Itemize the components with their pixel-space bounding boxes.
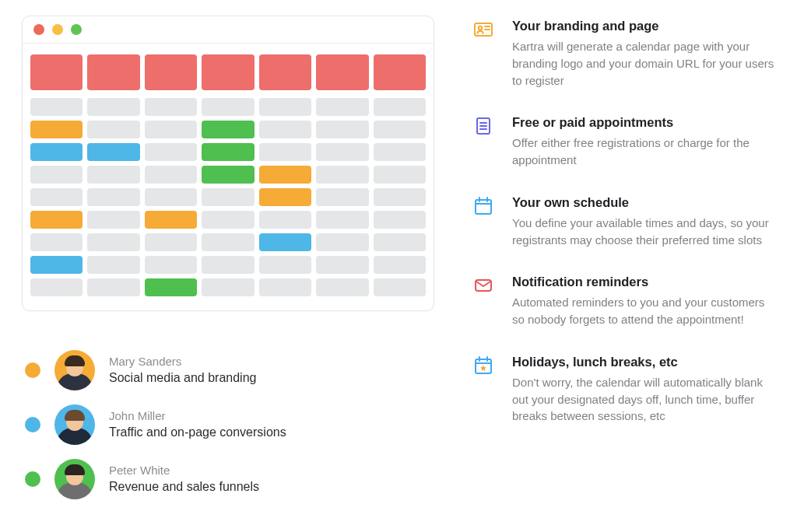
calendar-cell[interactable] bbox=[30, 143, 83, 161]
calendar-row bbox=[30, 143, 426, 161]
calendar-cell[interactable] bbox=[87, 256, 139, 274]
calendar-cell[interactable] bbox=[87, 211, 139, 229]
calendar-cell[interactable] bbox=[259, 256, 311, 274]
calendar-cell[interactable] bbox=[316, 211, 368, 229]
calendar-cell[interactable] bbox=[259, 143, 311, 161]
calendar-cell[interactable] bbox=[202, 166, 254, 184]
close-icon[interactable] bbox=[33, 24, 44, 35]
document-lines-icon bbox=[472, 115, 495, 138]
calendar-row bbox=[30, 211, 426, 229]
calendar-cell[interactable] bbox=[316, 233, 368, 251]
color-swatch bbox=[25, 471, 40, 487]
svg-rect-8 bbox=[476, 200, 491, 214]
calendar-cell[interactable] bbox=[30, 211, 83, 229]
calendar-cell[interactable] bbox=[145, 278, 197, 296]
calendar-cell[interactable] bbox=[259, 166, 311, 184]
calendar-cell[interactable] bbox=[202, 256, 254, 274]
calendar-day-header bbox=[87, 54, 139, 90]
calendar-cell[interactable] bbox=[259, 278, 311, 296]
calendar-cell[interactable] bbox=[30, 121, 83, 138]
calendar-cell[interactable] bbox=[87, 143, 139, 161]
calendar-cell[interactable] bbox=[374, 256, 426, 274]
calendar-day-header bbox=[374, 54, 426, 90]
calendar-row bbox=[30, 166, 426, 184]
calendar-cell[interactable] bbox=[87, 278, 139, 296]
calendar-cell[interactable] bbox=[316, 143, 368, 161]
calendar-cell[interactable] bbox=[145, 121, 197, 138]
calendar-cell[interactable] bbox=[145, 98, 197, 116]
calendar-star-icon bbox=[472, 355, 495, 378]
minimize-icon[interactable] bbox=[52, 24, 63, 35]
calendar-cell[interactable] bbox=[30, 278, 83, 296]
feature-item: Your own scheduleYou define your availab… bbox=[472, 195, 775, 249]
calendar-cell[interactable] bbox=[374, 143, 426, 161]
calendar-cell[interactable] bbox=[374, 188, 426, 206]
person-name: Peter White bbox=[109, 463, 259, 478]
calendar-cell[interactable] bbox=[30, 233, 83, 251]
feature-list: Your branding and pageKartra will genera… bbox=[472, 16, 775, 513]
calendar-icon bbox=[472, 195, 495, 219]
feature-title: Notification reminders bbox=[512, 275, 775, 289]
calendar-cell[interactable] bbox=[259, 188, 311, 206]
calendar-cell[interactable] bbox=[259, 211, 311, 229]
calendar-cell[interactable] bbox=[30, 166, 83, 184]
calendar-cell[interactable] bbox=[87, 121, 139, 138]
calendar-cell[interactable] bbox=[145, 256, 197, 274]
calendar-cell[interactable] bbox=[87, 233, 139, 251]
feature-item: Holidays, lunch breaks, etcDon't worry, … bbox=[472, 355, 775, 425]
calendar-cell[interactable] bbox=[202, 98, 254, 116]
calendar-row bbox=[30, 188, 426, 206]
calendar-cell[interactable] bbox=[374, 233, 426, 251]
calendar-cell[interactable] bbox=[87, 166, 139, 184]
calendar-cell[interactable] bbox=[202, 121, 254, 138]
calendar-cell[interactable] bbox=[145, 188, 197, 206]
calendar-cell[interactable] bbox=[259, 233, 311, 251]
person-row: Mary SandersSocial media and branding bbox=[25, 350, 434, 390]
maximize-icon[interactable] bbox=[71, 24, 82, 35]
calendar-cell[interactable] bbox=[316, 278, 368, 296]
calendar-cell[interactable] bbox=[30, 256, 83, 274]
calendar-day-header bbox=[145, 54, 197, 90]
calendar-cell[interactable] bbox=[374, 166, 426, 184]
calendar-cell[interactable] bbox=[145, 233, 197, 251]
calendar-cell[interactable] bbox=[30, 188, 83, 206]
calendar-day-header bbox=[202, 54, 254, 90]
calendar-cell[interactable] bbox=[374, 278, 426, 296]
calendar-cell[interactable] bbox=[202, 188, 254, 206]
feature-description: Kartra will generate a calendar page wit… bbox=[512, 38, 775, 89]
calendar-cell[interactable] bbox=[145, 143, 197, 161]
calendar-cell[interactable] bbox=[259, 98, 311, 116]
calendar-cell[interactable] bbox=[202, 211, 254, 229]
id-card-icon bbox=[472, 19, 495, 42]
svg-point-1 bbox=[479, 26, 482, 30]
calendar-cell[interactable] bbox=[202, 278, 254, 296]
feature-description: Don't worry, the calendar will automatic… bbox=[512, 374, 775, 425]
feature-description: Offer either free registrations or charg… bbox=[512, 135, 775, 169]
calendar-cell[interactable] bbox=[30, 98, 83, 116]
avatar bbox=[54, 404, 95, 445]
color-swatch bbox=[25, 417, 40, 432]
calendar-cell[interactable] bbox=[374, 211, 426, 229]
calendar-cell[interactable] bbox=[145, 166, 197, 184]
calendar-cell[interactable] bbox=[202, 143, 254, 161]
person-row: John MillerTraffic and on-page conversio… bbox=[25, 404, 434, 445]
feature-description: You define your available times and days… bbox=[512, 215, 775, 249]
calendar-cell[interactable] bbox=[202, 233, 254, 251]
calendar-cell[interactable] bbox=[87, 98, 139, 116]
mail-icon bbox=[472, 275, 495, 298]
calendar-header-row bbox=[30, 54, 426, 90]
calendar-cell[interactable] bbox=[316, 188, 368, 206]
calendar-cell[interactable] bbox=[374, 121, 426, 138]
calendar-cell[interactable] bbox=[316, 166, 368, 184]
calendar-cell[interactable] bbox=[87, 188, 139, 206]
calendar-cell[interactable] bbox=[259, 121, 311, 138]
calendar-cell[interactable] bbox=[145, 211, 197, 229]
calendar-cell[interactable] bbox=[316, 121, 368, 138]
feature-title: Holidays, lunch breaks, etc bbox=[512, 355, 775, 369]
calendar-cell[interactable] bbox=[374, 98, 426, 116]
calendar-row bbox=[30, 233, 426, 251]
calendar-cell[interactable] bbox=[316, 98, 368, 116]
person-row: Peter WhiteRevenue and sales funnels bbox=[25, 459, 434, 499]
person-name: Mary Sanders bbox=[109, 354, 256, 369]
calendar-cell[interactable] bbox=[316, 256, 368, 274]
